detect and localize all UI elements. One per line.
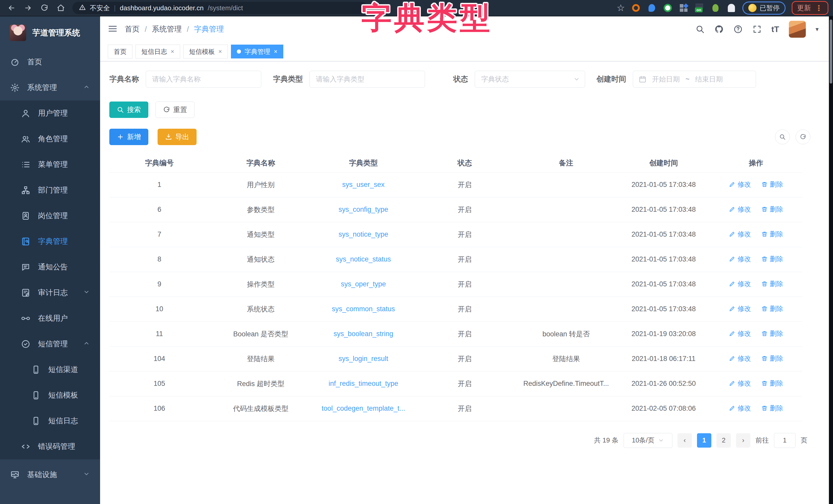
edit-link[interactable]: 修改 <box>729 329 751 338</box>
delete-link[interactable]: 删除 <box>761 180 783 189</box>
dict-type-link[interactable]: sys_user_sex <box>312 172 415 197</box>
delete-link[interactable]: 删除 <box>761 255 783 263</box>
font-size-button[interactable]: tT <box>771 25 779 34</box>
sidebar-item-user-management[interactable]: 用户管理 <box>0 100 100 126</box>
dict-type-link[interactable]: sys_notice_status <box>312 247 415 272</box>
edit-link[interactable]: 修改 <box>729 205 751 214</box>
dict-type-link[interactable]: sys_notice_type <box>312 222 415 247</box>
dict-type-link[interactable]: tool_codegen_template_t... <box>312 396 415 421</box>
not-secure-label[interactable]: 不安全 <box>90 4 110 12</box>
status-select[interactable] <box>475 71 585 88</box>
dict-type-link[interactable]: inf_redis_timeout_type <box>312 371 415 396</box>
edit-link[interactable]: 修改 <box>729 379 751 388</box>
delete-link[interactable]: 删除 <box>761 304 783 313</box>
breadcrumb-system[interactable]: 系统管理 <box>152 24 182 34</box>
sidebar-item-dept-management[interactable]: 部门管理 <box>0 177 100 203</box>
dict-type-link[interactable]: sys_login_result <box>312 346 415 371</box>
delete-link[interactable]: 删除 <box>761 279 783 288</box>
browser-menu-icon[interactable]: ⋮ <box>815 4 823 12</box>
delete-link[interactable]: 删除 <box>761 329 783 338</box>
edit-link[interactable]: 修改 <box>729 404 751 413</box>
breadcrumb-home[interactable]: 首页 <box>125 24 140 34</box>
sidebar-item-home[interactable]: 首页 <box>0 49 100 75</box>
paused-badge[interactable]: 已暂停 <box>742 2 786 15</box>
sidebar-item-error-code[interactable]: 错误码管理 <box>0 434 100 459</box>
date-range-picker[interactable]: 开始日期 ~ 结束日期 <box>633 71 756 88</box>
browser-back-button[interactable] <box>5 2 19 14</box>
dict-type-link[interactable]: sys_oper_type <box>312 272 415 297</box>
status-select-input[interactable] <box>475 71 585 88</box>
tab-sms-log[interactable]: 短信日志 × <box>136 45 180 58</box>
sidebar-item-role-management[interactable]: 角色管理 <box>0 126 100 152</box>
bookmark-star-icon[interactable]: ☆ <box>617 3 625 13</box>
avatar-caret-icon[interactable]: ▾ <box>815 26 818 33</box>
sidebar-toggle-button[interactable] <box>108 24 118 34</box>
sidebar-item-post-management[interactable]: 岗位管理 <box>0 203 100 229</box>
sidebar-item-notice[interactable]: 通知公告 <box>0 254 100 280</box>
dict-type-link[interactable]: sys_common_status <box>312 297 415 322</box>
delete-link[interactable]: 删除 <box>761 230 783 239</box>
dict-type-link[interactable]: sys_boolean_string <box>312 322 415 346</box>
tab-sms-template[interactable]: 短信模板 × <box>183 45 228 58</box>
delete-link[interactable]: 删除 <box>761 404 783 413</box>
delete-link[interactable]: 删除 <box>761 205 783 214</box>
goto-page-input[interactable] <box>774 433 795 448</box>
page-button-1[interactable]: 1 <box>697 433 711 448</box>
sidebar-item-sms-log[interactable]: 短信日志 <box>0 408 100 434</box>
export-button[interactable]: 导出 <box>158 129 196 145</box>
url-host[interactable]: dashboard.yudao.iocoder.cn <box>120 4 204 12</box>
browser-update-button[interactable]: 更新 ⋮ <box>792 1 828 15</box>
show-search-toggle-button[interactable] <box>775 129 790 144</box>
reset-button[interactable]: 重置 <box>156 102 194 118</box>
sidebar-item-online-users[interactable]: 在线用户 <box>0 306 100 331</box>
tab-dict-management[interactable]: 字典管理 × <box>231 45 283 58</box>
sidebar-item-sms-management[interactable]: 短信管理 <box>0 331 100 357</box>
app-logo-row[interactable]: 芋道管理系统 <box>0 17 100 49</box>
browser-reload-button[interactable] <box>38 2 51 14</box>
extension-grid-icon[interactable] <box>679 3 689 13</box>
header-search-button[interactable] <box>695 25 705 34</box>
search-button[interactable]: 搜索 <box>109 102 148 118</box>
extension-plant-icon[interactable] <box>711 3 720 13</box>
delete-link[interactable]: 删除 <box>761 379 783 388</box>
sidebar-item-sms-template[interactable]: 短信模板 <box>0 382 100 408</box>
tab-close-icon[interactable]: × <box>274 48 278 55</box>
browser-forward-button[interactable] <box>21 2 35 14</box>
delete-link[interactable]: 删除 <box>761 354 783 363</box>
browser-home-button[interactable] <box>54 2 68 14</box>
page-size-select[interactable]: 10条/页 <box>624 433 672 448</box>
sidebar-item-infrastructure[interactable]: 基础设施 <box>0 462 100 487</box>
extension-on-badge-icon[interactable]: on <box>695 3 705 13</box>
dict-type-input[interactable] <box>309 71 425 88</box>
window-scrollbar[interactable] <box>829 17 833 504</box>
sidebar-item-dict-management[interactable]: 字典管理 <box>0 229 100 254</box>
user-avatar[interactable] <box>789 21 806 38</box>
extension-ghost-icon[interactable] <box>727 3 736 13</box>
dict-name-input[interactable] <box>146 71 261 88</box>
edit-link[interactable]: 修改 <box>729 180 751 189</box>
help-button[interactable] <box>733 25 743 34</box>
extension-green-circle-icon[interactable] <box>663 3 673 13</box>
add-button[interactable]: 新增 <box>109 129 148 145</box>
sidebar-item-menu-management[interactable]: 菜单管理 <box>0 152 100 177</box>
scrollbar-thumb[interactable] <box>830 20 832 83</box>
page-button-2[interactable]: 2 <box>716 433 731 448</box>
prev-page-button[interactable]: ‹ <box>677 433 692 448</box>
dict-type-link[interactable]: sys_config_type <box>312 197 415 222</box>
address-bar[interactable]: 不安全 | dashboard.yudao.iocoder.cn/system/… <box>72 2 367 14</box>
start-date-placeholder[interactable]: 开始日期 <box>652 75 680 84</box>
sidebar-item-audit-log[interactable]: 审计日志 <box>0 280 100 306</box>
extension-blue-drop-icon[interactable] <box>647 3 657 13</box>
tab-close-icon[interactable]: × <box>171 48 174 55</box>
edit-link[interactable]: 修改 <box>729 304 751 313</box>
sidebar-item-sms-channel[interactable]: 短信渠道 <box>0 357 100 382</box>
tab-close-icon[interactable]: × <box>218 48 222 55</box>
edit-link[interactable]: 修改 <box>729 255 751 263</box>
tab-home[interactable]: 首页 <box>108 45 133 58</box>
edit-link[interactable]: 修改 <box>729 354 751 363</box>
extension-orange-icon[interactable] <box>631 3 641 13</box>
edit-link[interactable]: 修改 <box>729 230 751 239</box>
github-link-button[interactable] <box>714 25 724 34</box>
refresh-table-button[interactable] <box>795 129 810 144</box>
next-page-button[interactable]: › <box>736 433 751 448</box>
